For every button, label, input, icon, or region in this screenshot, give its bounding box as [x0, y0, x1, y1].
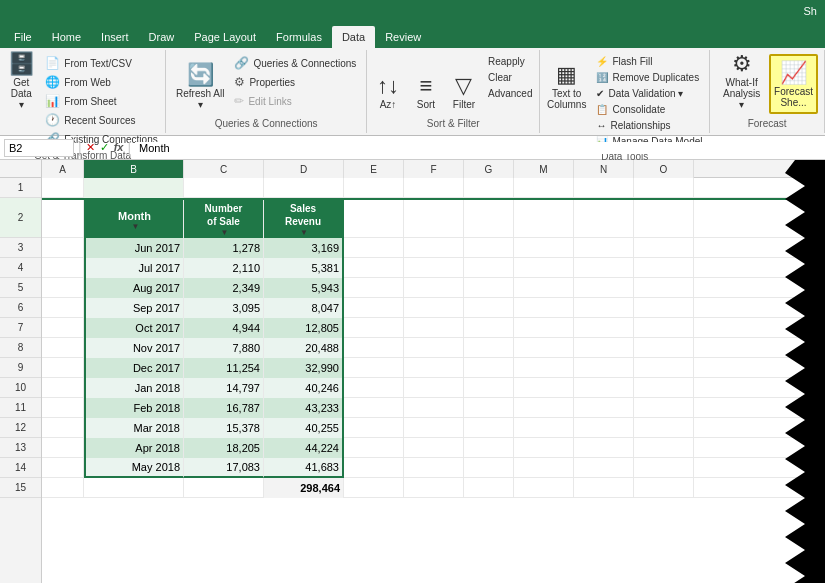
cell-m5[interactable]: [514, 278, 574, 298]
cell-a9[interactable]: [42, 358, 84, 378]
cell-c2[interactable]: Numberof Sale ▼: [184, 200, 264, 240]
cell-a4[interactable]: [42, 258, 84, 278]
cell-m11[interactable]: [514, 398, 574, 418]
tab-data[interactable]: Data: [332, 26, 375, 48]
cell-b11[interactable]: Feb 2018: [84, 398, 184, 418]
cell-n4[interactable]: [574, 258, 634, 278]
cell-o14[interactable]: [634, 458, 694, 478]
col-header-c[interactable]: C: [184, 160, 264, 178]
cell-f10[interactable]: [404, 378, 464, 398]
col-header-o[interactable]: O: [634, 160, 694, 178]
cell-a5[interactable]: [42, 278, 84, 298]
cell-e4[interactable]: [344, 258, 404, 278]
from-web-button[interactable]: 🌐 From Web: [41, 73, 161, 91]
cell-g2[interactable]: [464, 200, 514, 240]
cell-o10[interactable]: [634, 378, 694, 398]
cell-a7[interactable]: [42, 318, 84, 338]
col-header-m[interactable]: M: [514, 160, 574, 178]
cell-n15[interactable]: [574, 478, 634, 498]
cell-e3[interactable]: [344, 238, 404, 258]
col-header-a[interactable]: A: [42, 160, 84, 178]
cell-e14[interactable]: [344, 458, 404, 478]
cell-e15[interactable]: [344, 478, 404, 498]
cell-f12[interactable]: [404, 418, 464, 438]
cell-o11[interactable]: [634, 398, 694, 418]
cell-m8[interactable]: [514, 338, 574, 358]
cell-a8[interactable]: [42, 338, 84, 358]
col-header-f[interactable]: F: [404, 160, 464, 178]
cell-ref-input[interactable]: B2: [4, 139, 74, 157]
cell-d5[interactable]: 5,943: [264, 278, 344, 298]
cell-b4[interactable]: Jul 2017: [84, 258, 184, 278]
cell-c10[interactable]: 14,797: [184, 378, 264, 398]
cell-m2[interactable]: [514, 200, 574, 240]
cell-n8[interactable]: [574, 338, 634, 358]
tab-insert[interactable]: Insert: [91, 26, 139, 48]
cell-c1[interactable]: [184, 178, 264, 198]
sales-rev-dropdown[interactable]: ▼: [300, 228, 308, 238]
tab-file[interactable]: File: [4, 26, 42, 48]
forecast-sheet-button[interactable]: 📈 ForecastShe...: [769, 54, 818, 114]
cell-f2[interactable]: [404, 200, 464, 240]
cell-a6[interactable]: [42, 298, 84, 318]
cell-o1[interactable]: [634, 178, 694, 198]
cell-e7[interactable]: [344, 318, 404, 338]
cell-n6[interactable]: [574, 298, 634, 318]
tab-review[interactable]: Review: [375, 26, 431, 48]
cell-c7[interactable]: 4,944: [184, 318, 264, 338]
cell-a10[interactable]: [42, 378, 84, 398]
cell-c6[interactable]: 3,095: [184, 298, 264, 318]
cell-g13[interactable]: [464, 438, 514, 458]
cell-a11[interactable]: [42, 398, 84, 418]
cell-e1[interactable]: [344, 178, 404, 198]
tab-pagelayout[interactable]: Page Layout: [184, 26, 266, 48]
cell-c13[interactable]: 18,205: [184, 438, 264, 458]
cell-m1[interactable]: [514, 178, 574, 198]
consolidate-button[interactable]: 📋 Consolidate: [592, 102, 706, 117]
cell-d6[interactable]: 8,047: [264, 298, 344, 318]
cell-n2[interactable]: [574, 200, 634, 240]
cell-e2[interactable]: [344, 200, 404, 240]
tab-home[interactable]: Home: [42, 26, 91, 48]
cell-f3[interactable]: [404, 238, 464, 258]
cell-g11[interactable]: [464, 398, 514, 418]
cell-n1[interactable]: [574, 178, 634, 198]
fx-icon[interactable]: fx: [114, 141, 124, 154]
cell-f7[interactable]: [404, 318, 464, 338]
cell-g14[interactable]: [464, 458, 514, 478]
cell-m10[interactable]: [514, 378, 574, 398]
cell-b1[interactable]: [84, 178, 184, 198]
cell-m3[interactable]: [514, 238, 574, 258]
tab-formulas[interactable]: Formulas: [266, 26, 332, 48]
properties-button[interactable]: ⚙ Properties: [230, 73, 360, 91]
cell-f1[interactable]: [404, 178, 464, 198]
get-data-button[interactable]: 🗄️ GetData ▾: [3, 54, 39, 114]
tab-draw[interactable]: Draw: [139, 26, 185, 48]
text-to-columns-button[interactable]: ▦ Text toColumns: [543, 54, 590, 114]
cell-o3[interactable]: [634, 238, 694, 258]
cell-d15[interactable]: 298,464: [264, 478, 344, 498]
cell-d1[interactable]: [264, 178, 344, 198]
cell-b13[interactable]: Apr 2018: [84, 438, 184, 458]
cell-c15[interactable]: [184, 478, 264, 498]
cell-f4[interactable]: [404, 258, 464, 278]
cell-g15[interactable]: [464, 478, 514, 498]
cell-m13[interactable]: [514, 438, 574, 458]
cell-n9[interactable]: [574, 358, 634, 378]
recent-sources-button[interactable]: 🕐 Recent Sources: [41, 111, 161, 129]
cell-n5[interactable]: [574, 278, 634, 298]
cell-a2[interactable]: [42, 200, 84, 240]
cell-f9[interactable]: [404, 358, 464, 378]
cell-e13[interactable]: [344, 438, 404, 458]
cell-d12[interactable]: 40,255: [264, 418, 344, 438]
col-header-g[interactable]: G: [464, 160, 514, 178]
cell-g10[interactable]: [464, 378, 514, 398]
from-text-csv-button[interactable]: 📄 From Text/CSV: [41, 54, 161, 72]
remove-duplicates-button[interactable]: 🔢 Remove Duplicates: [592, 70, 706, 85]
cell-c5[interactable]: 2,349: [184, 278, 264, 298]
cell-b10[interactable]: Jan 2018: [84, 378, 184, 398]
cell-e11[interactable]: [344, 398, 404, 418]
cell-g9[interactable]: [464, 358, 514, 378]
cell-g1[interactable]: [464, 178, 514, 198]
cell-c8[interactable]: 7,880: [184, 338, 264, 358]
